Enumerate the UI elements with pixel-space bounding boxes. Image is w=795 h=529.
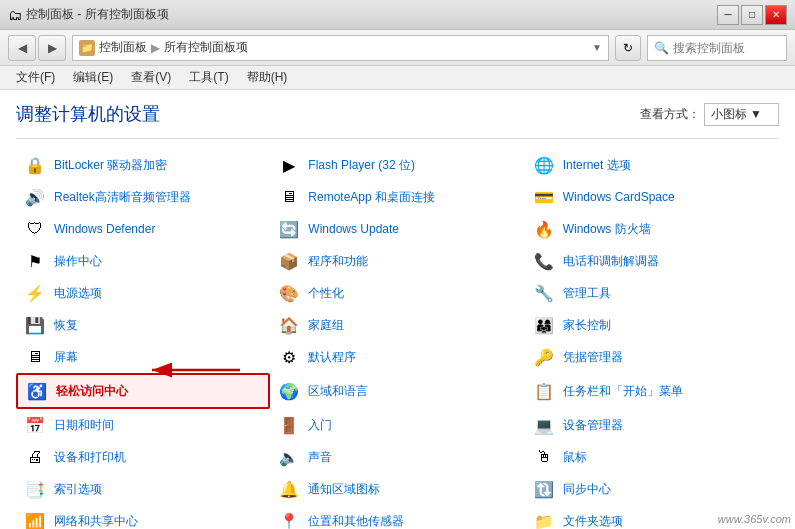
location-icon: 📍: [278, 510, 300, 529]
grid-item-parental[interactable]: 👨‍👩‍👧家长控制: [525, 309, 779, 341]
grid-item-network[interactable]: 📶网络和共享中心: [16, 505, 270, 529]
grid-item-firewall[interactable]: 🔥Windows 防火墙: [525, 213, 779, 245]
date-icon: 📅: [24, 414, 46, 436]
device-printer-label: 设备和打印机: [54, 449, 126, 466]
parental-icon: 👨‍👩‍👧: [533, 314, 555, 336]
action-label: 操作中心: [54, 253, 102, 270]
flash-label: Flash Player (32 位): [308, 157, 415, 174]
screen-icon: 🖥: [24, 346, 46, 368]
address-location: 所有控制面板项: [164, 39, 248, 56]
power-label: 电源选项: [54, 285, 102, 302]
default-label: 默认程序: [308, 349, 356, 366]
credentials-label: 凭据管理器: [563, 349, 623, 366]
device-printer-icon: 🖨: [24, 446, 46, 468]
flash-icon: ▶: [278, 154, 300, 176]
grid-item-phone[interactable]: 📞电话和调制解调器: [525, 245, 779, 277]
screen-label: 屏幕: [54, 349, 78, 366]
main-panel: 调整计算机的设置 查看方式： 小图标 ▼ 🔒BitLocker 驱动器加密▶Fl…: [0, 90, 795, 529]
view-control: 查看方式： 小图标 ▼: [640, 103, 779, 126]
grid-item-default[interactable]: ⚙默认程序: [270, 341, 524, 373]
grid-item-taskbar[interactable]: 📋任务栏和「开始」菜单: [525, 373, 779, 409]
taskbar-icon: 📋: [533, 380, 555, 402]
grid-item-index[interactable]: 📑索引选项: [16, 473, 270, 505]
index-icon: 📑: [24, 478, 46, 500]
region-label: 区域和语言: [308, 383, 368, 400]
grid-item-internet[interactable]: 🌐Internet 选项: [525, 149, 779, 181]
grid-item-manage[interactable]: 🔧管理工具: [525, 277, 779, 309]
grid-item-recovery[interactable]: 💾恢复: [16, 309, 270, 341]
network-label: 网络和共享中心: [54, 513, 138, 530]
easyaccess-icon: ♿: [26, 380, 48, 402]
nav-arrows: ◀ ▶: [8, 35, 66, 61]
grid-item-location[interactable]: 📍位置和其他传感器: [270, 505, 524, 529]
menu-tools[interactable]: 工具(T): [181, 67, 236, 88]
address-path: 控制面板: [99, 39, 147, 56]
refresh-button[interactable]: ↻: [615, 35, 641, 61]
grid-item-sync[interactable]: 🔃同步中心: [525, 473, 779, 505]
content-area: 调整计算机的设置 查看方式： 小图标 ▼ 🔒BitLocker 驱动器加密▶Fl…: [0, 90, 795, 529]
recovery-icon: 💾: [24, 314, 46, 336]
region-icon: 🌍: [278, 380, 300, 402]
search-bar[interactable]: 🔍: [647, 35, 787, 61]
grid-item-date[interactable]: 📅日期和时间: [16, 409, 270, 441]
items-grid: 🔒BitLocker 驱动器加密▶Flash Player (32 位)🌐Int…: [16, 149, 779, 529]
address-bar[interactable]: 📁 控制面板 ▶ 所有控制面板项 ▼: [72, 35, 609, 61]
grid-item-mouse[interactable]: 🖱鼠标: [525, 441, 779, 473]
page-header: 调整计算机的设置 查看方式： 小图标 ▼: [16, 102, 779, 126]
manage-label: 管理工具: [563, 285, 611, 302]
grid-item-sound[interactable]: 🔈声音: [270, 441, 524, 473]
view-mode-dropdown[interactable]: 小图标 ▼: [704, 103, 779, 126]
folder-icon: 📁: [533, 510, 555, 529]
grid-item-flash[interactable]: ▶Flash Player (32 位): [270, 149, 524, 181]
remoteapp-label: RemoteApp 和桌面连接: [308, 189, 435, 206]
grid-item-easyaccess[interactable]: ♿轻松访问中心: [16, 373, 270, 409]
grid-item-entrance[interactable]: 🚪入门: [270, 409, 524, 441]
grid-item-realtek[interactable]: 🔊Realtek高清晰音频管理器: [16, 181, 270, 213]
mouse-icon: 🖱: [533, 446, 555, 468]
grid-item-bitlocker[interactable]: 🔒BitLocker 驱动器加密: [16, 149, 270, 181]
internet-label: Internet 选项: [563, 157, 631, 174]
back-button[interactable]: ◀: [8, 35, 36, 61]
maximize-button[interactable]: □: [741, 5, 763, 25]
grid-item-programs[interactable]: 📦程序和功能: [270, 245, 524, 277]
title-bar: 🗂 控制面板 - 所有控制面板项 ─ □ ✕: [0, 0, 795, 30]
address-dropdown[interactable]: ▼: [592, 42, 602, 53]
grid-item-homegroup[interactable]: 🏠家庭组: [270, 309, 524, 341]
close-button[interactable]: ✕: [765, 5, 787, 25]
grid-item-credentials[interactable]: 🔑凭据管理器: [525, 341, 779, 373]
menu-file[interactable]: 文件(F): [8, 67, 63, 88]
menu-view[interactable]: 查看(V): [123, 67, 179, 88]
notify-label: 通知区域图标: [308, 481, 380, 498]
grid-item-update[interactable]: 🔄Windows Update: [270, 213, 524, 245]
menu-edit[interactable]: 编辑(E): [65, 67, 121, 88]
grid-item-device-mgr[interactable]: 💻设备管理器: [525, 409, 779, 441]
device-mgr-label: 设备管理器: [563, 417, 623, 434]
parental-label: 家长控制: [563, 317, 611, 334]
firewall-icon: 🔥: [533, 218, 555, 240]
menu-bar: 文件(F) 编辑(E) 查看(V) 工具(T) 帮助(H): [0, 66, 795, 90]
power-icon: ⚡: [24, 282, 46, 304]
grid-item-notify[interactable]: 🔔通知区域图标: [270, 473, 524, 505]
grid-item-screen[interactable]: 🖥屏幕: [16, 341, 270, 373]
forward-button[interactable]: ▶: [38, 35, 66, 61]
internet-icon: 🌐: [533, 154, 555, 176]
sound-icon: 🔈: [278, 446, 300, 468]
search-input[interactable]: [673, 41, 780, 55]
entrance-label: 入门: [308, 417, 332, 434]
programs-icon: 📦: [278, 250, 300, 272]
grid-item-action[interactable]: ⚑操作中心: [16, 245, 270, 277]
grid-item-region[interactable]: 🌍区域和语言: [270, 373, 524, 409]
grid-item-personalize[interactable]: 🎨个性化: [270, 277, 524, 309]
grid-item-cardspace[interactable]: 💳Windows CardSpace: [525, 181, 779, 213]
homegroup-label: 家庭组: [308, 317, 344, 334]
grid-item-remoteapp[interactable]: 🖥RemoteApp 和桌面连接: [270, 181, 524, 213]
minimize-button[interactable]: ─: [717, 5, 739, 25]
taskbar-label: 任务栏和「开始」菜单: [563, 383, 683, 400]
grid-item-power[interactable]: ⚡电源选项: [16, 277, 270, 309]
grid-item-device-printer[interactable]: 🖨设备和打印机: [16, 441, 270, 473]
menu-help[interactable]: 帮助(H): [239, 67, 296, 88]
device-mgr-icon: 💻: [533, 414, 555, 436]
grid-item-defender[interactable]: 🛡Windows Defender: [16, 213, 270, 245]
search-icon: 🔍: [654, 41, 669, 55]
sync-label: 同步中心: [563, 481, 611, 498]
